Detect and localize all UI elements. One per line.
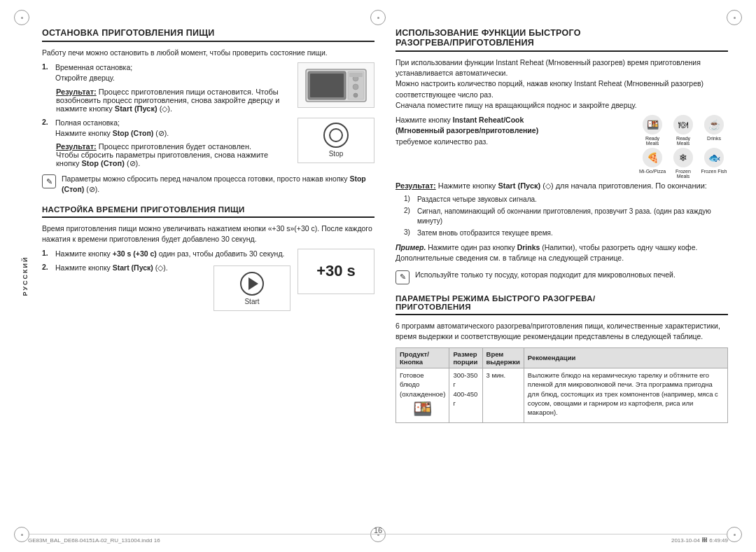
stop-item2: 2. Полная остановка;Нажмите кнопку Stop … xyxy=(42,118,290,139)
time-item2-text: Нажмите кнопку Start (Пуск) (◇). xyxy=(55,263,168,273)
ready-meals-icon-1: 🍱 xyxy=(643,115,662,134)
stop-item2-text: Полная остановка;Нажмите кнопку Stop (Ст… xyxy=(55,118,169,139)
time-item2: 2. Нажмите кнопку Start (Пуск) (◇). xyxy=(42,263,206,273)
cell-product: Готовое блюдо(охлажденное) 🍱 xyxy=(396,368,449,422)
reheat-sub3-num: 3) xyxy=(404,228,414,238)
cell-rec: Выложите блюдо на керамическую тарелку и… xyxy=(524,368,727,422)
left-column: ОСТАНОВКА ПРИГОТОВЛЕНИЯ ПИЩИ Работу печи… xyxy=(42,28,374,423)
pizza-icon: 🍕 xyxy=(643,148,662,167)
plus30-box: +30 s xyxy=(298,249,374,294)
product-name: Готовое блюдо(охлажденное) xyxy=(400,371,445,399)
reheat-note: ✎ Используйте только ту посуду, которая … xyxy=(396,270,728,284)
stop-button-box: Stop xyxy=(298,118,374,163)
start-icon xyxy=(240,272,264,296)
reheat-note-text: Используйте только ту посуду, которая по… xyxy=(415,270,676,284)
params-table: Продукт/Кнопка Размерпорции Времвыдержки… xyxy=(396,347,728,423)
section-reheat: ИСПОЛЬЗОВАНИЕ ФУНКЦИИ БЫСТРОГОРАЗОГРЕВА/… xyxy=(396,28,728,284)
footer-right: 2013-10-04 ฀ 6:49:49 xyxy=(671,537,728,544)
icon-ready-meals-2: 🍽 Ready Meals xyxy=(669,115,697,146)
stop-item1-text: Временная остановка;Откройте дверцу. xyxy=(55,62,132,83)
stop-icon xyxy=(323,123,349,148)
table-row: Готовое блюдо(охлажденное) 🍱 300-350 г40… xyxy=(396,368,728,422)
reheat-icons-top: 🍱 Ready Meals 🍽 Ready Meals ☕ Drinks xyxy=(638,115,728,179)
stop-note: ✎ Параметры можно сбросить перед началом… xyxy=(42,174,374,195)
section-stop-intro: Работу печи можно остановить в любой мом… xyxy=(42,48,374,58)
table-header-row: Продукт/Кнопка Размерпорции Времвыдержки… xyxy=(396,347,728,368)
icon-frozen-fish: 🐟 Frozen Fish xyxy=(700,148,728,179)
reheat-sub1-text: Раздастся четыре звуковых сигнала. xyxy=(417,195,537,205)
section-params-title: ПАРАМЕТРЫ РЕЖИМА БЫСТРОГО РАЗОГРЕВА/ПРИГ… xyxy=(396,294,728,315)
stop-label: Stop xyxy=(329,150,344,158)
icon-ready-meals-1: 🍱 Ready Meals xyxy=(638,115,666,146)
reheat-result-text: Нажмите кнопку Start (Пуск) (◇) для нача… xyxy=(438,181,707,190)
section-time-intro: Время приготовления пищи можно увеличива… xyxy=(42,223,374,244)
reheat-sub3: 3) Затем вновь отобразится текущее время… xyxy=(396,228,728,238)
reheat-sub3-text: Затем вновь отобразится текущее время. xyxy=(417,228,553,238)
reheat-result-label: Результат: xyxy=(396,181,436,190)
microwave-svg xyxy=(304,66,368,104)
col-product: Продукт/Кнопка xyxy=(396,347,449,368)
icon-drinks: ☕ Drinks xyxy=(700,115,728,146)
section-reheat-title: ИСПОЛЬЗОВАНИЕ ФУНКЦИИ БЫСТРОГОРАЗОГРЕВА/… xyxy=(396,28,728,52)
frozen-fish-icon: 🐟 xyxy=(704,148,724,167)
frozen-meals-icon: ❄ xyxy=(673,148,693,167)
col-time: Времвыдержки xyxy=(482,347,524,368)
stop-item2-num: 2. xyxy=(42,118,52,139)
col-rec: Рекомендации xyxy=(524,347,727,368)
section-stop-title: ОСТАНОВКА ПРИГОТОВЛЕНИЯ ПИЩИ xyxy=(42,28,374,42)
svg-rect-7 xyxy=(349,73,363,77)
svg-point-5 xyxy=(353,84,358,90)
cell-size: 300-350 г400-450 г xyxy=(449,368,482,422)
section-time: НАСТРОЙКА ВРЕМЕНИ ПРИГОТОВЛЕНИЯ ПИЩИ Вре… xyxy=(42,205,374,274)
stop-item1: 1. Временная остановка;Откройте дверцу. xyxy=(42,62,290,83)
note-icon: ✎ xyxy=(42,174,56,188)
microwave-image-box xyxy=(298,62,374,108)
footer: GE83M_BAL_DE68-04151A-02_RU_131004.indd … xyxy=(28,534,728,544)
cell-time: 3 мин. xyxy=(482,368,524,422)
reheat-sub2-num: 2) xyxy=(404,207,414,226)
reheat-sub2-text: Сигнал, напоминающий об окончании пригот… xyxy=(417,207,728,226)
product-icon: 🍱 xyxy=(400,399,445,420)
drinks-icon: ☕ xyxy=(704,115,724,134)
col-size: Размерпорции xyxy=(449,347,482,368)
reheat-result: Результат: Нажмите кнопку Start (Пуск) (… xyxy=(396,181,728,191)
start-button-box: Start xyxy=(214,265,290,311)
section-params: ПАРАМЕТРЫ РЕЖИМА БЫСТРОГО РАЗОГРЕВА/ПРИГ… xyxy=(396,294,728,423)
stop-item1-num: 1. xyxy=(42,62,52,83)
plus30-display: +30 s xyxy=(316,262,356,280)
svg-point-6 xyxy=(354,93,358,97)
footer-left: GE83M_BAL_DE68-04151A-02_RU_131004.indd … xyxy=(28,537,160,544)
time-item1-num: 1. xyxy=(42,249,52,259)
reheat-example: Пример. Нажмите один раз кнопку Drinks (… xyxy=(396,242,728,263)
note-text: Параметры можно сбросить перед началом п… xyxy=(62,174,369,195)
time-item2-num: 2. xyxy=(42,263,52,273)
reheat-sub1-num: 1) xyxy=(404,195,414,205)
section-time-title: НАСТРОЙКА ВРЕМЕНИ ПРИГОТОВЛЕНИЯ ПИЩИ xyxy=(42,205,374,218)
start-label: Start xyxy=(244,298,259,305)
ready-meals-icon-2: 🍽 xyxy=(673,115,693,134)
svg-rect-2 xyxy=(310,74,344,97)
reheat-note-icon: ✎ xyxy=(396,270,410,284)
reheat-sub1: 1) Раздастся четыре звуковых сигнала. xyxy=(396,195,728,205)
result1-label: Результат: xyxy=(56,88,97,96)
reheat-sub2: 2) Сигнал, напоминающий об окончании при… xyxy=(396,207,728,226)
params-intro: 6 программ автоматического разогрева/при… xyxy=(396,321,728,342)
icon-pizza: 🍕 Mi-Go/Pizza xyxy=(638,148,666,179)
icon-frozen-meals: ❄ Frozen Meals xyxy=(669,148,697,179)
section-stop: ОСТАНОВКА ПРИГОТОВЛЕНИЯ ПИЩИ Работу печи… xyxy=(42,28,374,195)
right-column: ИСПОЛЬЗОВАНИЕ ФУНКЦИИ БЫСТРОГОРАЗОГРЕВА/… xyxy=(396,28,728,423)
result2-label: Результат: xyxy=(56,142,97,151)
reheat-intro: При использовании функции Instant Reheat… xyxy=(396,57,728,111)
time-item1: 1. Нажмите кнопку +30 s (+30 с) один раз… xyxy=(42,249,290,259)
time-item1-text: Нажмите кнопку +30 s (+30 с) один раз, ч… xyxy=(55,249,284,259)
